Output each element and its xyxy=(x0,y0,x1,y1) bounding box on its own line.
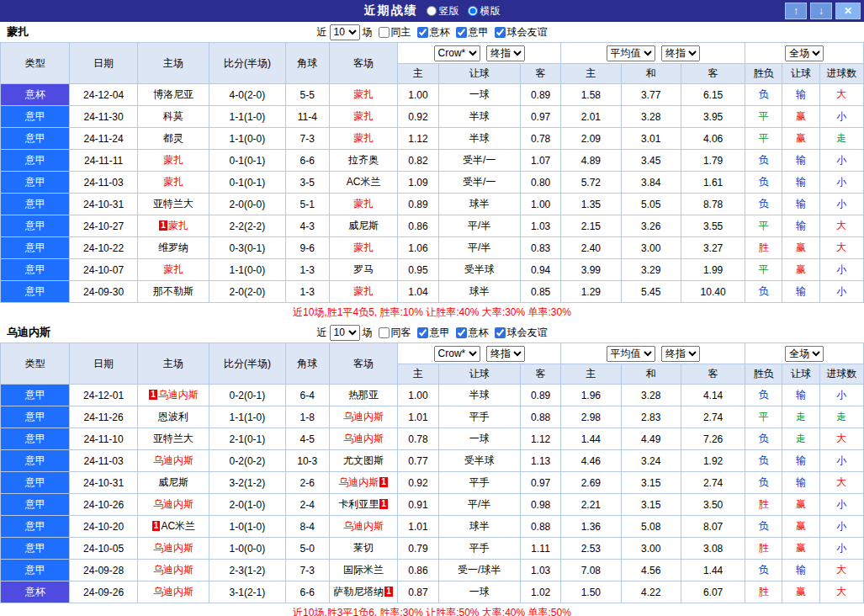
euro-home-odds: 2.21 xyxy=(561,494,621,516)
team-link[interactable]: 热那亚 xyxy=(348,389,379,401)
filter-friendly[interactable]: 球会友谊 xyxy=(491,326,548,340)
team-link[interactable]: 乌迪内斯 xyxy=(158,389,199,401)
euro-away-odds: 3.55 xyxy=(681,215,745,237)
scope-select[interactable]: 全场 xyxy=(785,346,824,362)
layout-vertical-radio[interactable]: 竖版 xyxy=(427,4,459,19)
team-link[interactable]: 乌迪内斯 xyxy=(343,411,384,422)
scroll-down-button[interactable]: ↓ xyxy=(810,3,832,19)
team-link[interactable]: 蒙扎 xyxy=(353,110,374,122)
result-cell: 负 xyxy=(745,84,782,106)
ah-away-odds: 1.07 xyxy=(520,150,560,172)
home-team-cell: 维罗纳 xyxy=(137,237,209,259)
ah-line: 受半球 xyxy=(438,450,520,472)
team-link[interactable]: 蒙扎 xyxy=(353,88,374,100)
team-link[interactable]: 威尼斯 xyxy=(348,220,379,231)
ah-away-odds: 0.80 xyxy=(520,172,560,194)
team-link[interactable]: 卡利亚里 xyxy=(338,498,379,510)
team-link[interactable]: 亚特兰大 xyxy=(153,198,193,210)
team-link[interactable]: 蒙扎 xyxy=(353,132,374,144)
filter-same-home[interactable]: 同主 xyxy=(375,25,411,40)
filter-friendly[interactable]: 球会友谊 xyxy=(491,25,548,40)
team-link[interactable]: 博洛尼亚 xyxy=(153,88,193,100)
team-link[interactable]: 乌迪内斯 xyxy=(338,476,379,488)
filter-league[interactable]: 意甲 xyxy=(453,25,489,40)
avg-type-select[interactable]: 平均值 xyxy=(607,45,655,61)
ah-away-odds: 1.13 xyxy=(520,450,560,472)
vertical-radio-input[interactable] xyxy=(427,6,437,16)
filter-same-away[interactable]: 同客 xyxy=(375,326,411,340)
team-link[interactable]: 罗马 xyxy=(353,263,374,275)
horizontal-radio-input[interactable] xyxy=(468,6,478,16)
filter-cup[interactable]: 意杯 xyxy=(414,25,450,40)
team-link[interactable]: 都灵 xyxy=(163,132,183,144)
filter-bar: 近 10 场 同客 意甲 意杯 球会友谊 xyxy=(317,325,548,341)
team-link[interactable]: 科莫 xyxy=(163,110,183,122)
scope-select[interactable]: 全场 xyxy=(785,45,824,61)
team-link[interactable]: 乌迪内斯 xyxy=(153,498,193,510)
team-link[interactable]: AC米兰 xyxy=(347,176,381,188)
corner-cell: 1-3 xyxy=(285,259,329,281)
team-link[interactable]: 蒙扎 xyxy=(168,220,188,231)
corner-cell: 5-1 xyxy=(285,194,329,215)
friendly-checkbox[interactable] xyxy=(495,327,506,338)
scroll-up-button[interactable]: ↑ xyxy=(785,3,807,19)
team-link[interactable]: 亚特兰大 xyxy=(153,433,193,444)
ah-odds-time-select[interactable]: 终指 xyxy=(486,45,525,61)
league-checkbox[interactable] xyxy=(456,27,467,38)
team-link[interactable]: 乌迪内斯 xyxy=(343,433,384,444)
ah-home-odds: 0.95 xyxy=(398,259,438,281)
same-away-checkbox[interactable] xyxy=(379,327,390,338)
team-link[interactable]: 拉齐奥 xyxy=(348,154,379,166)
team-link[interactable]: 蒙扎 xyxy=(353,285,374,297)
team-link[interactable]: 乌迪内斯 xyxy=(153,564,193,576)
red-card-badge: 1 xyxy=(379,477,388,487)
team-link[interactable]: 威尼斯 xyxy=(158,476,188,488)
same-home-checkbox[interactable] xyxy=(379,27,390,38)
team-link[interactable]: 恩波利 xyxy=(158,411,188,422)
avg-type-select[interactable]: 平均值 xyxy=(607,346,655,362)
bookmaker-select[interactable]: Crow* xyxy=(434,346,480,362)
team-link[interactable]: 乌迪内斯 xyxy=(153,542,193,554)
ah-line: 半球 xyxy=(438,385,520,406)
team-link[interactable]: 蒙扎 xyxy=(163,263,183,275)
date-cell: 24-10-07 xyxy=(70,259,137,281)
score-cell: 2-0(2-0) xyxy=(209,281,285,303)
euro-away-odds: 2.74 xyxy=(681,472,745,494)
handicap-result-cell: 赢 xyxy=(782,581,819,603)
filter-league[interactable]: 意甲 xyxy=(414,326,450,340)
cup-checkbox[interactable] xyxy=(417,27,428,38)
team-link[interactable]: 乌迪内斯 xyxy=(343,520,384,532)
result-cell: 负 xyxy=(745,281,782,303)
league-checkbox[interactable] xyxy=(417,327,428,338)
team-link[interactable]: 国际米兰 xyxy=(343,564,384,576)
team-link[interactable]: 尤文图斯 xyxy=(343,454,384,466)
ah-home-odds: 0.77 xyxy=(398,450,438,472)
team-link[interactable]: 蒙扎 xyxy=(163,154,183,166)
filter-cup[interactable]: 意杯 xyxy=(453,326,489,340)
team-link[interactable]: 蒙扎 xyxy=(353,242,374,253)
euro-home-odds: 1.44 xyxy=(561,428,621,450)
bookmaker-select[interactable]: Crow* xyxy=(434,45,480,61)
euro-odds-time-select[interactable]: 终指 xyxy=(661,346,700,362)
team-link[interactable]: 萨勒尼塔纳 xyxy=(333,586,384,597)
layout-horizontal-radio[interactable]: 横版 xyxy=(468,4,501,19)
match-count-select[interactable]: 10 xyxy=(330,24,360,40)
match-count-select[interactable]: 10 xyxy=(330,325,360,341)
ah-away-odds: 1.11 xyxy=(520,538,560,560)
team-link[interactable]: AC米兰 xyxy=(161,520,195,532)
euro-odds-time-select[interactable]: 终指 xyxy=(661,45,700,61)
cup-checkbox[interactable] xyxy=(456,327,467,338)
team-link[interactable]: 莱切 xyxy=(353,542,374,554)
team-link[interactable]: 蒙扎 xyxy=(163,176,183,188)
column-header-away: 客场 xyxy=(329,43,397,84)
team-link[interactable]: 蒙扎 xyxy=(353,198,374,210)
team-link[interactable]: 维罗纳 xyxy=(158,242,188,253)
column-header-type: 类型 xyxy=(1,343,70,385)
team-link[interactable]: 那不勒斯 xyxy=(153,285,193,297)
team-link[interactable]: 乌迪内斯 xyxy=(153,586,193,597)
team-link[interactable]: 乌迪内斯 xyxy=(153,454,193,466)
ah-odds-time-select[interactable]: 终指 xyxy=(486,346,525,362)
handicap-result-cell: 赢 xyxy=(782,128,819,150)
friendly-checkbox[interactable] xyxy=(495,27,506,38)
close-button[interactable]: ✕ xyxy=(835,3,861,19)
